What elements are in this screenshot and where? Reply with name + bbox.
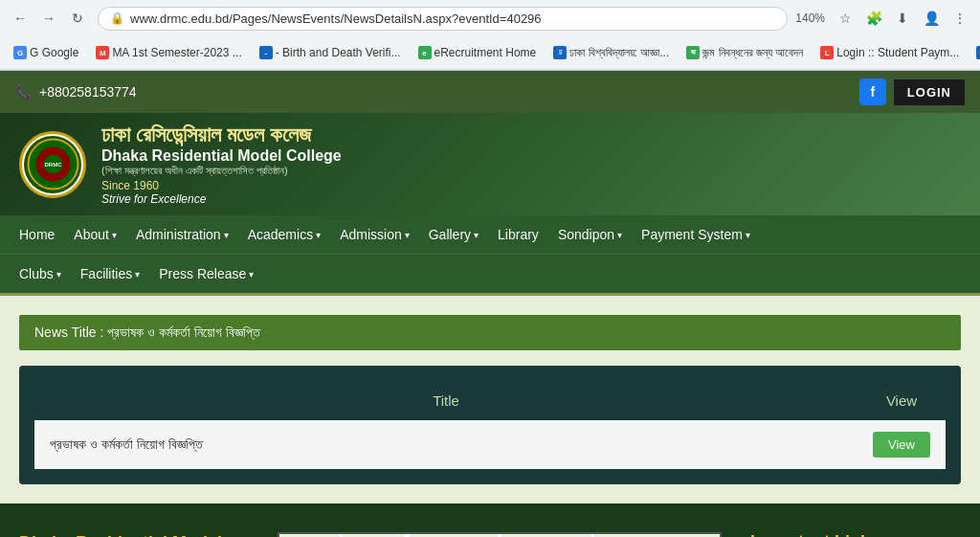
news-title-text: প্রভাষক ও কর্মকর্তা নিয়োগ বিজ্ঞপ্তি — [107, 324, 260, 340]
table-cell-view: View — [858, 420, 946, 469]
download-button[interactable]: ⬇ — [890, 6, 915, 31]
admin-chevron: ▾ — [224, 230, 229, 240]
bookmarks-bar: G G Google M MA 1st Semester-2023 ... - … — [0, 36, 980, 70]
nav-administration[interactable]: Administration ▾ — [126, 215, 238, 254]
academics-chevron: ▾ — [316, 230, 321, 240]
svg-text:DRMC: DRMC — [44, 162, 62, 168]
footer-map-col: Chandri Udya Medical College and... Dhak… — [278, 532, 722, 537]
birth-reg-favicon: জ — [686, 46, 700, 59]
college-title-bengali: ঢাকা রেসিডেন্সিয়াল মডেল কলেজ — [101, 123, 342, 147]
header-text: ঢাকা রেসিডেন্সিয়াল মডেল কলেজ Dhaka Resi… — [101, 123, 342, 206]
footer-college-name: Dhaka Residential Model College — [19, 532, 249, 537]
nav-row-2: Clubs ▾ Facilities ▾ Press Release ▾ — [0, 254, 980, 293]
bookmark-google[interactable]: G G Google — [8, 44, 84, 61]
bookmark-birth[interactable]: - - Birth and Death Verifi... — [254, 44, 407, 61]
site-wrapper: 📞 +88025815​3774 f LOGIN DRMC ঢাকা রেসিড… — [0, 71, 980, 537]
du-favicon: ঢ — [553, 46, 567, 59]
nav-about[interactable]: About ▾ — [64, 215, 126, 254]
nav-academics[interactable]: Academics ▾ — [238, 215, 330, 254]
forward-button[interactable]: → — [36, 6, 61, 31]
bookmark-erecruitment[interactable]: e eRecruitment Home — [412, 44, 543, 61]
automated-favicon: অ — [976, 46, 980, 59]
news-table-container: Title View প্রভাষক ও কর্মকর্তা নিয়োগ বি… — [19, 366, 961, 484]
nav-buttons: ← → ↻ — [8, 6, 90, 31]
nav-row-1: Home About ▾ Administration ▾ Academics … — [0, 215, 980, 254]
security-icon: 🔒 — [110, 11, 124, 25]
nav-facilities[interactable]: Facilities ▾ — [71, 255, 149, 293]
news-title-prefix: News Title : — [34, 324, 107, 340]
important-links-title: Important Links — [750, 532, 961, 537]
bookmark-google-label: G Google — [30, 46, 78, 59]
nav-home[interactable]: Home — [10, 215, 64, 254]
site-footer: Dhaka Residential Model College Mohammad… — [0, 503, 980, 537]
top-bar-right: f LOGIN — [859, 78, 965, 105]
address-bar[interactable] — [130, 11, 775, 26]
facilities-chevron: ▾ — [135, 269, 140, 280]
profile-button[interactable]: 👤 — [919, 6, 944, 31]
browser-actions: ☆ 🧩 ⬇ 👤 ⋮ — [833, 6, 972, 31]
bookmark-birth-label: - Birth and Death Verifi... — [276, 46, 401, 59]
bookmark-payment[interactable]: L Login :: Student Paym... — [814, 44, 965, 61]
college-subtitle: (শিক্ষা মন্ত্রণালয়ের অধীন একটি স্বায়ত্… — [101, 165, 342, 177]
bookmark-payment-label: Login :: Student Paym... — [836, 46, 959, 59]
top-bar-left: 📞 +88025815​3774 — [15, 84, 137, 100]
news-table: Title View প্রভাষক ও কর্মকর্তা নিয়োগ বি… — [34, 381, 946, 469]
browser-toolbar: ← → ↻ 🔒 140% ☆ 🧩 ⬇ 👤 ⋮ — [0, 0, 980, 36]
ma-favicon: M — [96, 46, 109, 59]
birth-favicon: - — [259, 46, 273, 59]
main-navigation: Home About ▾ Administration ▾ Academics … — [0, 215, 980, 296]
map-container: Chandri Udya Medical College and... Dhak… — [278, 532, 722, 537]
login-button[interactable]: LOGIN — [894, 79, 965, 105]
table-header-title: Title — [34, 381, 858, 420]
site-header: DRMC ঢাকা রেসিডেন্সিয়াল মডেল কলেজ Dhaka… — [0, 113, 980, 215]
nav-payment[interactable]: Payment System ▾ — [632, 215, 760, 254]
nav-press-release[interactable]: Press Release ▾ — [149, 255, 263, 293]
college-logo: DRMC — [19, 131, 86, 198]
bookmark-ma-label: MA 1st Semester-2023 ... — [112, 46, 241, 59]
back-button[interactable]: ← — [8, 6, 33, 31]
bookmark-ma[interactable]: M MA 1st Semester-2023 ... — [90, 44, 247, 61]
table-cell-title: প্রভাষক ও কর্মকর্তা নিয়োগ বিজ্ঞপ্তি — [34, 420, 858, 469]
bookmark-du-label: ঢাকা বিশ্ববিদ্যালয়: আজ্ঞা... — [569, 46, 669, 59]
footer-college-info: Dhaka Residential Model College Mohammad… — [19, 532, 249, 537]
nav-sondipon[interactable]: Sondipon ▾ — [548, 215, 632, 254]
phone-number: +88025815​3774 — [39, 84, 137, 100]
payment-chevron: ▾ — [746, 230, 750, 240]
google-favicon: G — [13, 46, 27, 59]
college-since: Since 1960 — [101, 179, 342, 192]
clubs-chevron: ▾ — [56, 269, 61, 280]
facebook-icon[interactable]: f — [859, 78, 886, 105]
sondipon-chevron: ▾ — [617, 230, 622, 240]
top-bar: 📞 +88025815​3774 f LOGIN — [0, 71, 980, 113]
bookmark-erecruitment-label: eRecruitment Home — [434, 46, 537, 59]
content-area: News Title : প্রভাষক ও কর্মকর্তা নিয়োগ … — [0, 296, 980, 503]
refresh-button[interactable]: ↻ — [65, 6, 90, 31]
nav-clubs[interactable]: Clubs ▾ — [10, 255, 71, 293]
extensions-button[interactable]: 🧩 — [861, 6, 886, 31]
press-release-chevron: ▾ — [249, 269, 254, 280]
table-header-view: View — [858, 381, 946, 420]
gallery-chevron: ▾ — [474, 230, 479, 240]
bookmark-birth-reg[interactable]: জ জন্ম নিবন্ধনের জন্য আবেদন — [680, 44, 809, 61]
bookmark-automated[interactable]: অ অটোমেটিড চালান সিস্টেম — [970, 44, 980, 61]
bookmark-du[interactable]: ঢ ঢাকা বিশ্ববিদ্যালয়: আজ্ঞা... — [547, 44, 675, 61]
menu-button[interactable]: ⋮ — [947, 6, 972, 31]
about-chevron: ▾ — [112, 230, 117, 240]
college-title-english: Dhaka Residential Model College — [101, 147, 342, 165]
admission-chevron: ▾ — [405, 230, 410, 240]
payment-favicon: L — [820, 46, 834, 59]
nav-library[interactable]: Library — [488, 215, 548, 254]
table-row: প্রভাষক ও কর্মকর্তা নিয়োগ বিজ্ঞপ্তি Vie… — [34, 420, 946, 469]
news-title-bar: News Title : প্রভাষক ও কর্মকর্তা নিয়োগ … — [19, 315, 961, 350]
bookmark-star-button[interactable]: ☆ — [833, 6, 858, 31]
zoom-level: 140% — [795, 11, 825, 25]
footer-links-col: Important Links › ঢাকা শিক্ষাবোর্ড › শিক… — [750, 532, 961, 537]
erecruitment-favicon: e — [418, 46, 432, 59]
table-header-row: Title View — [34, 381, 946, 420]
nav-admission[interactable]: Admission ▾ — [330, 215, 419, 254]
bookmark-birth-reg-label: জন্ম নিবন্ধনের জন্য আবেদন — [702, 46, 803, 59]
view-button[interactable]: View — [873, 432, 930, 458]
nav-gallery[interactable]: Gallery ▾ — [419, 215, 488, 254]
address-bar-container[interactable]: 🔒 — [98, 7, 788, 31]
phone-icon: 📞 — [15, 84, 32, 100]
